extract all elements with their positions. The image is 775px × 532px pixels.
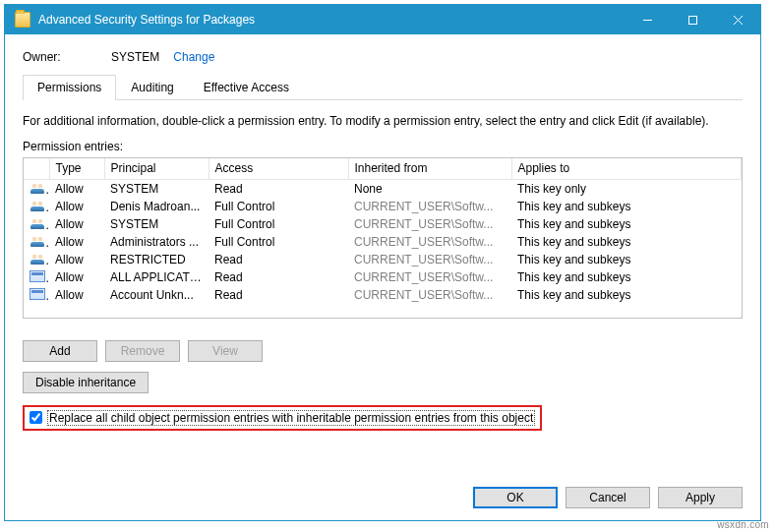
cell-applies: This key and subkeys [511, 286, 742, 304]
cell-applies: This key and subkeys [511, 233, 742, 251]
cell-access: Full Control [209, 215, 348, 233]
ok-button[interactable]: OK [473, 487, 558, 508]
table-row[interactable]: AllowSYSTEMReadNoneThis key only [24, 180, 742, 199]
application-icon [30, 288, 45, 300]
users-icon [30, 182, 45, 194]
tab-strip: Permissions Auditing Effective Access [23, 74, 743, 100]
cell-type: Allow [49, 251, 104, 268]
cell-applies: This key and subkeys [511, 251, 742, 268]
permission-entries-table[interactable]: Type Principal Access Inherited from App… [23, 157, 743, 319]
maximize-button[interactable] [670, 5, 715, 34]
column-access[interactable]: Access [209, 158, 348, 180]
column-inherited[interactable]: Inherited from [348, 158, 511, 180]
cell-principal: SYSTEM [104, 215, 209, 233]
cell-applies: This key only [511, 180, 742, 199]
action-button-row: Add Remove View [23, 340, 743, 362]
users-icon [30, 217, 45, 229]
inheritance-row: Disable inheritance [23, 372, 743, 393]
tab-effective-access[interactable]: Effective Access [189, 75, 304, 100]
change-owner-link[interactable]: Change [173, 50, 214, 64]
tab-permissions[interactable]: Permissions [23, 75, 116, 100]
cell-type: Allow [49, 180, 104, 199]
cell-inherited: CURRENT_USER\Softw... [348, 233, 511, 251]
minimize-button[interactable] [625, 5, 670, 34]
table-row[interactable]: AllowAdministrators ...Full ControlCURRE… [24, 233, 742, 251]
table-row[interactable]: AllowSYSTEMFull ControlCURRENT_USER\Soft… [24, 215, 742, 233]
cell-access: Read [209, 286, 348, 304]
folder-icon [15, 12, 30, 28]
cancel-button[interactable]: Cancel [566, 487, 650, 508]
cell-inherited: CURRENT_USER\Softw... [348, 251, 511, 268]
close-button[interactable] [715, 5, 760, 34]
tab-auditing[interactable]: Auditing [116, 75, 188, 100]
replace-child-entries-row: Replace all child object permission entr… [23, 405, 542, 431]
replace-child-entries-label[interactable]: Replace all child object permission entr… [47, 410, 535, 426]
cell-applies: This key and subkeys [511, 215, 742, 233]
cell-access: Full Control [209, 198, 348, 215]
owner-value: SYSTEM [111, 50, 159, 64]
cell-type: Allow [49, 286, 104, 304]
titlebar: Advanced Security Settings for Packages [5, 5, 760, 34]
cell-applies: This key and subkeys [511, 268, 742, 286]
table-row[interactable]: AllowALL APPLICATI...ReadCURRENT_USER\So… [24, 268, 742, 286]
cell-inherited: CURRENT_USER\Softw... [348, 198, 511, 215]
remove-button[interactable]: Remove [105, 340, 180, 362]
entries-label: Permission entries: [23, 140, 743, 153]
column-icon[interactable] [24, 158, 49, 180]
cell-principal: ALL APPLICATI... [104, 268, 209, 286]
cell-access: Read [209, 180, 348, 199]
cell-type: Allow [49, 268, 104, 286]
cell-principal: SYSTEM [104, 180, 209, 199]
info-text: For additional information, double-click… [23, 114, 743, 130]
cell-type: Allow [49, 215, 104, 233]
cell-type: Allow [49, 198, 104, 215]
cell-access: Read [209, 268, 348, 286]
cell-access: Read [209, 251, 348, 268]
cell-inherited: CURRENT_USER\Softw... [348, 268, 511, 286]
cell-type: Allow [49, 233, 104, 251]
owner-row: Owner: SYSTEM Change [23, 50, 743, 64]
column-type[interactable]: Type [49, 158, 104, 180]
disable-inheritance-button[interactable]: Disable inheritance [23, 372, 149, 393]
cell-principal: Denis Madroan... [104, 198, 209, 215]
cell-access: Full Control [209, 233, 348, 251]
table-row[interactable]: AllowAccount Unkn...ReadCURRENT_USER\Sof… [24, 286, 742, 304]
cell-applies: This key and subkeys [511, 198, 742, 215]
users-icon [30, 235, 45, 247]
client-area: Owner: SYSTEM Change Permissions Auditin… [5, 34, 760, 520]
cell-principal: Administrators ... [104, 233, 209, 251]
window-title: Advanced Security Settings for Packages [38, 13, 625, 27]
column-principal[interactable]: Principal [104, 158, 209, 180]
view-button[interactable]: View [188, 340, 263, 362]
table-row[interactable]: AllowRESTRICTEDReadCURRENT_USER\Softw...… [24, 251, 742, 268]
cell-principal: Account Unkn... [104, 286, 209, 304]
watermark: wsxdn.com [717, 519, 769, 530]
apply-button[interactable]: Apply [658, 487, 743, 508]
owner-label: Owner: [23, 50, 111, 64]
application-icon [30, 270, 45, 282]
window-controls [625, 5, 760, 34]
cell-inherited: CURRENT_USER\Softw... [348, 215, 511, 233]
users-icon [30, 253, 45, 265]
cell-inherited: None [348, 180, 511, 199]
security-settings-window: Advanced Security Settings for Packages … [4, 4, 761, 521]
column-applies[interactable]: Applies to [511, 158, 742, 180]
svg-rect-1 [688, 16, 696, 24]
users-icon [30, 200, 45, 211]
table-row[interactable]: AllowDenis Madroan...Full ControlCURRENT… [24, 198, 742, 215]
cell-inherited: CURRENT_USER\Softw... [348, 286, 511, 304]
dialog-footer: OK Cancel Apply [23, 477, 743, 508]
add-button[interactable]: Add [23, 340, 97, 362]
replace-child-entries-checkbox[interactable] [30, 411, 42, 424]
cell-principal: RESTRICTED [104, 251, 209, 268]
